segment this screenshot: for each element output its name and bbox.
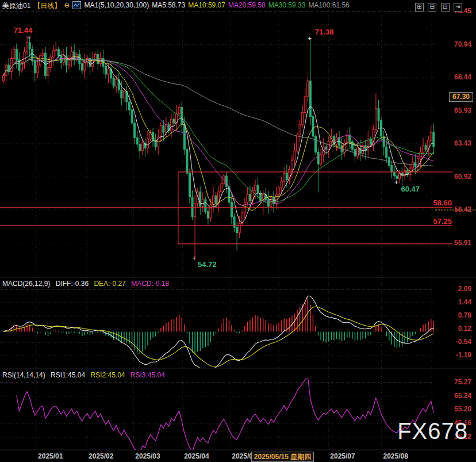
x-axis-label: 2025/04 <box>184 452 209 461</box>
ma100-value: MA100:61.56 <box>308 1 349 9</box>
price-axis-label: 65.93 <box>438 106 471 115</box>
rsi-params: RSI(14,14,14) <box>2 371 45 379</box>
period-label[interactable]: 【日线】 <box>33 2 61 10</box>
chart-header: 美原油01【日线】⊖MA1(5,10,20,30,100)MA5:58.73MA… <box>2 1 352 10</box>
price-axis-label: 60.92 <box>438 173 471 181</box>
ma20-value: MA20:59.58 <box>228 1 266 9</box>
x-axis-label: 2025/01 <box>38 452 63 461</box>
cursor-price-badge: 67.30 <box>449 92 473 102</box>
rsi-header: RSI(14,14,14) RSI1:45.04 RSI2:45.04 RSI3… <box>2 371 168 379</box>
ma20-line <box>3 58 433 205</box>
macd-axis-label: 0.78 <box>438 311 471 320</box>
x-axis-label: 2025/02 <box>89 452 113 461</box>
fx678-watermark: FX678 <box>397 427 468 436</box>
macd-diff-value: DIFF:-0.36 <box>56 280 89 288</box>
ma-settings-label: MA1(5,10,20,30,100) <box>84 1 149 9</box>
ma30-line <box>3 59 433 203</box>
macd-axis-label: -1.19 <box>438 351 471 360</box>
rsi-line <box>17 376 434 453</box>
rsi-axis-label: 65.24 <box>438 392 471 400</box>
price-axis-label: 70.94 <box>438 40 471 49</box>
rsi3-value: RSI3:45.04 <box>130 371 165 379</box>
x-axis-label: 2025/03 <box>135 452 160 461</box>
ma5-value: MA5:58.73 <box>152 1 185 9</box>
rsi1-value: RSI1:45.04 <box>51 371 85 379</box>
expand-right-icon[interactable]: ⇥ <box>454 3 462 12</box>
price-axis-label: 63.43 <box>438 139 471 148</box>
macd-axis-label: 2.09 <box>438 285 471 293</box>
panel-minus-icon[interactable]: ⊟ <box>428 3 436 12</box>
macd-params: MACD(26,12,9) <box>2 280 50 288</box>
macd-dea-value: DEA:-0.27 <box>94 280 125 288</box>
rsi-axis-label: 55.20 <box>438 405 471 414</box>
swing-price-label: 71.38 <box>315 28 334 36</box>
swing-cross-marker: + <box>394 178 398 186</box>
ma30-value: MA30:59.33 <box>268 1 306 9</box>
price-axis-label: 68.44 <box>438 73 471 82</box>
swing-price-label: 60.47 <box>401 185 420 193</box>
chart-canvas[interactable] <box>0 0 476 462</box>
support-line-label-1: 58.60 <box>428 198 452 207</box>
macd-macd-value: MACD:-0.18 <box>131 280 169 288</box>
symbol-name: 美原油01 <box>2 2 30 10</box>
swing-price-label: 71.44 <box>14 26 33 35</box>
indicator-chart-icon[interactable] <box>72 1 81 9</box>
macd-axis-label: -0.54 <box>438 338 471 346</box>
support-line-label-2: 57.25 <box>428 217 452 226</box>
x-axis-label: 2025/07 <box>330 452 355 461</box>
macd-header: MACD(26,12,9) DIFF:-0.36 DEA:-0.27 MACD:… <box>2 280 172 288</box>
chart-toolbar: ⊞ ⊟ ⊡ ⇥ <box>413 1 462 12</box>
layout-grid-icon[interactable]: ⊞ <box>415 3 424 12</box>
swing-cross-marker: + <box>308 34 312 43</box>
macd-layer <box>3 296 433 372</box>
rsi-layer <box>17 376 434 453</box>
rsi-axis-label: 75.27 <box>438 378 471 387</box>
trading-app: { "colors":{"up":"#ef3434","down":"#2cab… <box>0 0 476 462</box>
macd-axis-label: 0.12 <box>438 324 471 333</box>
panel-add-icon[interactable]: ⊡ <box>441 3 450 12</box>
x-axis-label: 2025/08 <box>383 452 408 461</box>
cursor-date-badge: 2025/05/15 星期四 <box>251 452 314 462</box>
macd-axis-label: 1.44 <box>438 298 471 307</box>
collapse-icon[interactable]: ⊖ <box>64 1 70 9</box>
ma10-value: MA10:59.07 <box>188 1 225 9</box>
swing-price-label: 54.72 <box>198 260 217 269</box>
price-axis-label: 55.91 <box>438 239 471 247</box>
swing-cross-marker: + <box>192 254 197 262</box>
rsi2-value: RSI2:45.04 <box>90 371 125 379</box>
